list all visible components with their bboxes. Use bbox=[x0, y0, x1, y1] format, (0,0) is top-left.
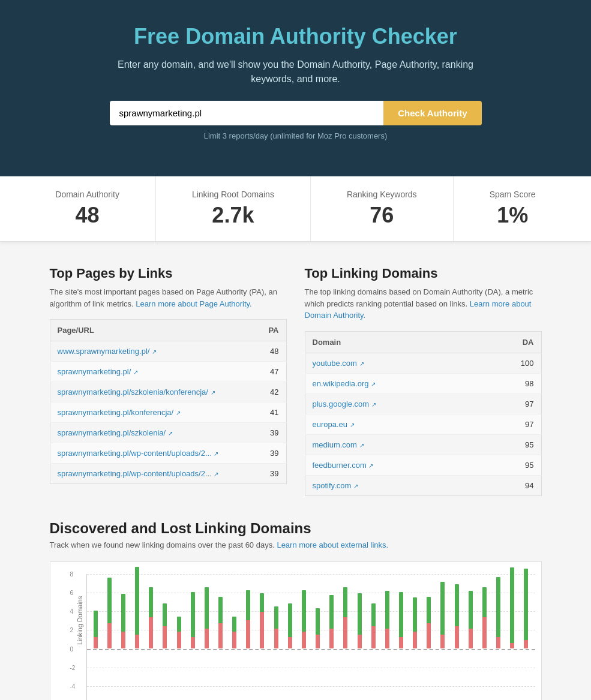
top-pages-link[interactable]: Learn more about Page Authority. bbox=[136, 299, 251, 308]
domain-da: 97 bbox=[479, 414, 541, 434]
bar-group bbox=[228, 574, 241, 701]
page-url[interactable]: sprawnymarketing.pl/ ↗ bbox=[50, 362, 257, 382]
chart-grid-label: 8 bbox=[70, 570, 74, 577]
bar-group bbox=[117, 574, 130, 701]
table-row: sprawnymarketing.pl/szkolenia/konferencj… bbox=[50, 382, 286, 402]
top-pages-table: Page/URL PA www.sprawnymarketing.pl/ ↗48… bbox=[50, 319, 287, 484]
table-row: spotify.com ↗94 bbox=[305, 475, 541, 495]
bar-group bbox=[200, 574, 213, 701]
domain-name[interactable]: medium.com ↗ bbox=[305, 434, 479, 455]
bar-group bbox=[464, 574, 477, 701]
bar-positive bbox=[482, 587, 487, 617]
chart-desc: Track when we found new linking domains … bbox=[50, 540, 542, 549]
table-row: medium.com ↗95 bbox=[305, 434, 541, 455]
domain-da: 95 bbox=[479, 455, 541, 475]
bar-negative bbox=[469, 629, 473, 648]
chart-grid-label: 4 bbox=[70, 608, 74, 615]
domain-name[interactable]: en.wikipedia.org ↗ bbox=[305, 373, 479, 393]
page-url[interactable]: sprawnymarketing.pl/wp-content/uploads/2… bbox=[50, 464, 257, 484]
domain-da: 100 bbox=[479, 353, 541, 373]
bar-negative bbox=[94, 637, 98, 648]
bar-positive bbox=[302, 590, 306, 632]
stat-linking-root-domains-value: 2.7k bbox=[192, 203, 274, 228]
bar-negative bbox=[274, 629, 278, 648]
bar-positive bbox=[510, 567, 514, 643]
stat-ranking-keywords: Ranking Keywords 76 bbox=[311, 176, 454, 241]
bar-positive bbox=[260, 593, 264, 612]
bar-group bbox=[145, 574, 157, 701]
domain-name[interactable]: europa.eu ↗ bbox=[305, 414, 479, 434]
bar-negative bbox=[343, 617, 347, 648]
chart-link[interactable]: Learn more about external links. bbox=[277, 540, 388, 549]
bar-group bbox=[158, 574, 171, 701]
stat-ranking-keywords-label: Ranking Keywords bbox=[347, 190, 417, 199]
bar-group bbox=[89, 574, 102, 701]
table-row: europa.eu ↗97 bbox=[305, 414, 541, 434]
bar-negative bbox=[329, 629, 334, 648]
top-linking-domains-table: Domain DA youtube.com ↗100en.wikipedia.o… bbox=[305, 331, 542, 496]
bar-positive bbox=[469, 591, 473, 629]
table-row: sprawnymarketing.pl/konferencja/ ↗41 bbox=[50, 402, 286, 423]
bar-group bbox=[298, 574, 310, 701]
page-pa: 39 bbox=[257, 443, 286, 464]
domain-name[interactable]: plus.google.com ↗ bbox=[305, 393, 479, 414]
bar-negative bbox=[455, 626, 459, 649]
top-linking-domains-section: Top Linking Domains The top linking doma… bbox=[305, 266, 542, 496]
bar-group bbox=[436, 574, 449, 701]
domain-da: 94 bbox=[479, 475, 541, 495]
limit-notice: Limit 3 reports/day (unlimited for Moz P… bbox=[12, 131, 579, 140]
top-pages-col-url: Page/URL bbox=[50, 320, 257, 341]
page-url[interactable]: www.sprawnymarketing.pl/ ↗ bbox=[50, 341, 257, 362]
bar-positive bbox=[413, 597, 417, 632]
bar-negative bbox=[246, 620, 250, 648]
bar-negative bbox=[413, 632, 417, 648]
bar-positive bbox=[218, 597, 223, 623]
bar-negative bbox=[371, 626, 376, 649]
top-linking-domains-title: Top Linking Domains bbox=[305, 266, 542, 281]
chart-bars-row bbox=[87, 574, 535, 701]
domain-name[interactable]: spotify.com ↗ bbox=[305, 475, 479, 495]
check-authority-button[interactable]: Check Authority bbox=[383, 101, 481, 125]
bar-negative bbox=[288, 637, 292, 648]
top-pages-col-pa: PA bbox=[257, 320, 286, 341]
stat-spam-score: Spam Score 1% bbox=[454, 176, 572, 241]
table-row: youtube.com ↗100 bbox=[305, 353, 541, 373]
page-url[interactable]: sprawnymarketing.pl/szkolenia/ ↗ bbox=[50, 423, 257, 443]
page-url[interactable]: sprawnymarketing.pl/konferencja/ ↗ bbox=[50, 402, 257, 423]
bar-group bbox=[367, 574, 380, 701]
chart-grid-label: -4 bbox=[70, 683, 76, 690]
bar-positive bbox=[455, 584, 459, 626]
page-url[interactable]: sprawnymarketing.pl/wp-content/uploads/2… bbox=[50, 443, 257, 464]
bar-positive bbox=[177, 617, 181, 632]
bar-negative bbox=[260, 612, 264, 648]
bar-positive bbox=[316, 608, 320, 635]
bar-positive bbox=[371, 603, 376, 626]
bar-group bbox=[451, 574, 463, 701]
chart-grid: 86420-2-4-6 bbox=[86, 574, 535, 701]
bar-positive bbox=[385, 591, 389, 629]
bar-positive bbox=[232, 617, 236, 632]
stat-ranking-keywords-value: 76 bbox=[347, 203, 417, 228]
domain-name[interactable]: youtube.com ↗ bbox=[305, 353, 479, 373]
top-linking-col-domain: Domain bbox=[305, 331, 479, 353]
bar-negative bbox=[135, 635, 139, 649]
domain-input[interactable] bbox=[110, 101, 384, 125]
page-pa: 42 bbox=[257, 382, 286, 402]
page-url[interactable]: sprawnymarketing.pl/szkolenia/konferencj… bbox=[50, 382, 257, 402]
bar-negative bbox=[302, 632, 306, 648]
stat-linking-root-domains: Linking Root Domains 2.7k bbox=[156, 176, 311, 241]
search-row: Check Authority bbox=[110, 101, 482, 125]
table-row: www.sprawnymarketing.pl/ ↗48 bbox=[50, 341, 286, 362]
bar-positive bbox=[149, 587, 153, 617]
table-row: plus.google.com ↗97 bbox=[305, 393, 541, 414]
bar-group bbox=[506, 574, 518, 701]
bar-positive bbox=[427, 597, 431, 623]
chart-container: Linking Domains 86420-2-4-6 09/0709/1409… bbox=[50, 561, 542, 701]
bar-group bbox=[311, 574, 324, 701]
domain-name[interactable]: feedburner.com ↗ bbox=[305, 455, 479, 475]
bar-group bbox=[353, 574, 365, 701]
header-section: Free Domain Authority Checker Enter any … bbox=[0, 0, 591, 176]
bar-negative bbox=[358, 635, 362, 649]
bar-negative bbox=[482, 617, 487, 648]
bar-negative bbox=[218, 623, 223, 648]
